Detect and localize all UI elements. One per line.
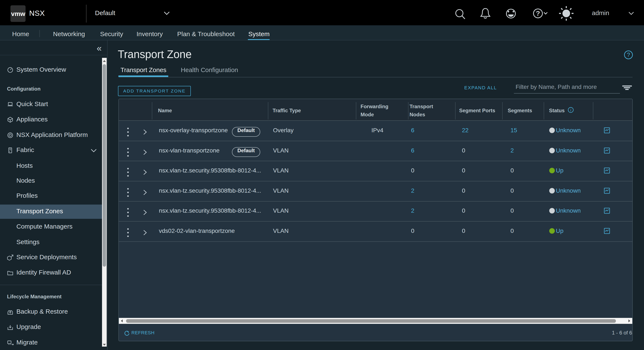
- svg-text:?: ?: [536, 9, 540, 17]
- svg-text:i: i: [570, 108, 571, 112]
- svg-text:?: ?: [627, 52, 630, 58]
